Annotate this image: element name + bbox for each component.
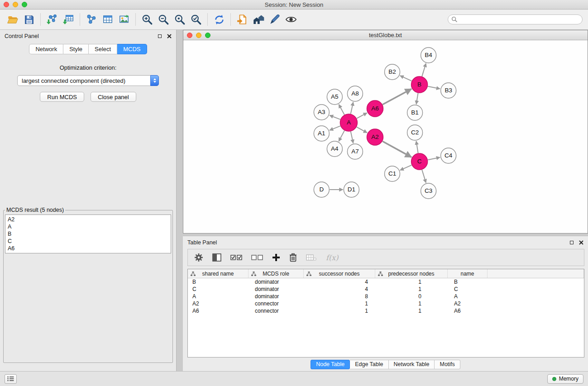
edge-B-B1[interactable] <box>416 93 418 104</box>
table-row[interactable]: A6connector11A6 <box>188 307 584 315</box>
deselect-all-icon[interactable] <box>251 254 263 261</box>
table-cell[interactable]: A <box>188 293 249 300</box>
close-network-window-button[interactable] <box>187 33 192 38</box>
edge-A-A1[interactable] <box>330 126 340 130</box>
mcds-result-item[interactable]: B <box>8 230 168 238</box>
new-table-button[interactable] <box>100 11 116 28</box>
tab-node-table[interactable]: Node Table <box>311 360 350 369</box>
table-cell[interactable]: B <box>448 279 488 285</box>
network-canvas-container[interactable]: AA6A2BCA1A3A4A5A7A8B1B2B3B4C1C2C3C4DD1 <box>183 40 588 233</box>
table-cell[interactable]: connector <box>249 308 304 314</box>
table-cell[interactable]: 1 <box>375 286 448 292</box>
refresh-view-button[interactable] <box>211 11 227 28</box>
memory-button[interactable]: Memory <box>547 374 583 384</box>
column-header-shared-name[interactable]: shared name <box>188 269 249 278</box>
zoom-window-button[interactable] <box>22 2 27 7</box>
table-cell[interactable]: 8 <box>304 293 375 300</box>
edge-A-A8[interactable] <box>351 102 354 114</box>
table-cell[interactable]: C <box>188 286 249 292</box>
table-cell[interactable]: 4 <box>304 286 375 292</box>
table-cell[interactable]: A2 <box>448 300 488 307</box>
edge-B-B4[interactable] <box>422 63 426 76</box>
table-cell[interactable]: connector <box>249 300 304 307</box>
table-row[interactable]: Adominator80A <box>188 293 584 300</box>
table-row[interactable]: A2connector11A2 <box>188 300 584 307</box>
table-cell[interactable]: B <box>188 279 249 285</box>
column-header-predecessor-nodes[interactable]: predecessor nodes <box>375 269 448 278</box>
float-panel-icon[interactable] <box>158 34 162 38</box>
save-session-button[interactable] <box>21 11 37 28</box>
home-button[interactable] <box>250 11 267 28</box>
table-cell[interactable]: 1 <box>304 300 375 307</box>
show-hide-overview-button[interactable] <box>283 11 299 28</box>
tab-style[interactable]: Style <box>63 44 89 54</box>
network-canvas[interactable]: AA6A2BCA1A3A4A5A7A8B1B2B3B4C1C2C3C4DD1 <box>183 40 588 233</box>
edge-A-A2[interactable] <box>357 127 367 133</box>
edge-C-C1[interactable] <box>400 165 411 170</box>
open-session-document-button[interactable] <box>234 11 250 28</box>
tab-network[interactable]: Network <box>29 44 63 54</box>
search-input[interactable] <box>448 14 583 24</box>
minimize-network-window-button[interactable] <box>196 33 201 38</box>
column-header-mcds-role[interactable]: MCDS role <box>249 269 304 278</box>
mcds-result-item[interactable]: A2 <box>8 216 168 223</box>
table-cell[interactable]: C <box>448 286 488 292</box>
table-cell[interactable]: dominator <box>249 279 304 285</box>
zoom-reset-button[interactable] <box>172 11 188 28</box>
zoom-out-button[interactable] <box>155 11 172 28</box>
table-cell[interactable]: dominator <box>249 293 304 300</box>
close-panel-icon[interactable] <box>167 34 172 38</box>
table-cell[interactable]: 1 <box>375 300 448 307</box>
tab-edge-table[interactable]: Edge Table <box>350 360 388 369</box>
table-cell[interactable]: 1 <box>304 308 375 314</box>
table-cell[interactable]: A6 <box>188 308 249 314</box>
run-mcds-button[interactable]: Run MCDS <box>40 92 84 102</box>
column-header-successor-nodes[interactable]: successor nodes <box>304 269 375 278</box>
import-network-button[interactable] <box>44 11 60 28</box>
zoom-network-window-button[interactable] <box>205 33 210 38</box>
zoom-fit-button[interactable] <box>188 11 204 28</box>
mcds-result-item[interactable]: A6 <box>8 245 168 252</box>
table-row[interactable]: Cdominator41C <box>188 286 584 293</box>
edge-A-A3[interactable] <box>330 115 340 119</box>
show-columns-icon[interactable] <box>212 253 221 262</box>
column-header-name[interactable]: name <box>448 269 488 278</box>
table-cell[interactable]: 0 <box>375 293 448 300</box>
table-cell[interactable]: A <box>448 293 488 300</box>
edge-A6-B[interactable] <box>382 89 411 105</box>
tab-select[interactable]: Select <box>89 44 117 54</box>
minimize-window-button[interactable] <box>13 2 18 7</box>
open-file-button[interactable] <box>5 11 21 28</box>
close-panel-button[interactable]: Close panel <box>91 92 136 102</box>
tab-mcds[interactable]: MCDS <box>117 44 147 54</box>
table-cell[interactable]: 1 <box>375 308 448 314</box>
task-history-button[interactable] <box>5 374 17 384</box>
mcds-result-item[interactable]: C <box>8 238 168 245</box>
select-all-icon[interactable] <box>230 254 242 261</box>
optimization-criterion-select[interactable]: largest connected component (directed) <box>17 75 159 86</box>
edge-C-C4[interactable] <box>428 157 440 160</box>
table-cell[interactable]: 1 <box>375 279 448 285</box>
close-table-panel-icon[interactable] <box>579 240 583 245</box>
edge-A-A6[interactable] <box>357 113 367 118</box>
table-cell[interactable]: 4 <box>304 279 375 285</box>
table-settings-gear-icon[interactable] <box>194 253 203 262</box>
new-network-button[interactable] <box>83 11 100 28</box>
export-image-button[interactable] <box>116 11 132 28</box>
edge-A-A5[interactable] <box>339 105 344 115</box>
table-cell[interactable]: A6 <box>448 308 488 314</box>
import-table-button[interactable] <box>60 11 76 28</box>
table-cell[interactable]: dominator <box>249 286 304 292</box>
tab-network-table[interactable]: Network Table <box>389 360 435 369</box>
edge-C-C2[interactable] <box>416 141 418 153</box>
close-window-button[interactable] <box>4 2 9 7</box>
edge-C-C3[interactable] <box>422 170 426 183</box>
mcds-result-list[interactable]: A2ABCA6 <box>5 214 171 253</box>
edge-B-B2[interactable] <box>400 76 412 81</box>
customize-view-button[interactable] <box>267 11 283 28</box>
edge-A2-C[interactable] <box>382 141 411 157</box>
edge-A-A4[interactable] <box>339 131 344 142</box>
table-row[interactable]: Bdominator41B <box>188 278 584 286</box>
edge-A-A7[interactable] <box>351 132 354 143</box>
edge-B-B3[interactable] <box>428 86 440 89</box>
